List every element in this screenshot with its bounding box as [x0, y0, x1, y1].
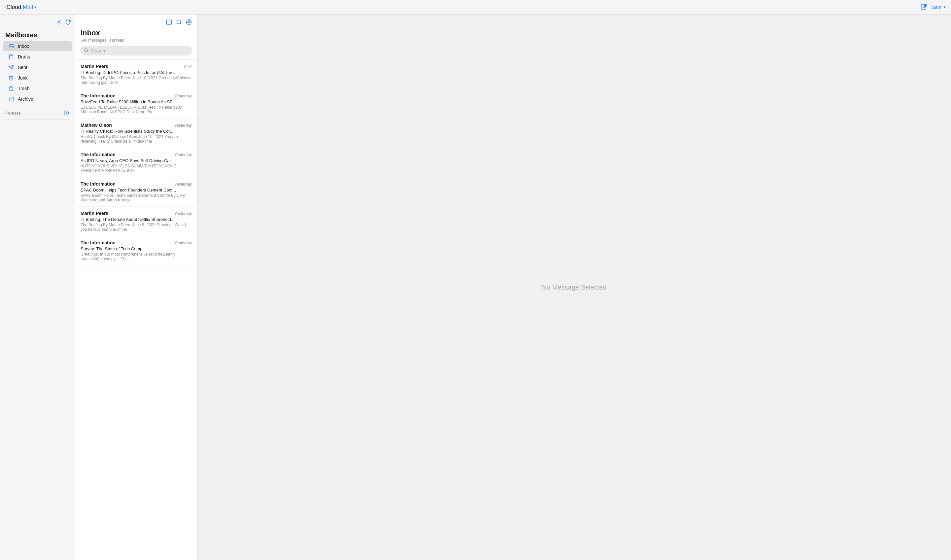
- app-title: iCloud Mail: [5, 4, 33, 11]
- email-list-item[interactable]: The Information Yesterday As IPO Nears, …: [75, 148, 197, 177]
- svg-point-15: [186, 20, 192, 25]
- email-subject: Survey: The State of Tech Comp: [81, 246, 192, 251]
- no-message-text: No Message Selected: [542, 284, 606, 291]
- email-list-panel: Inbox 596 messages, 0 unread Martin Peer…: [75, 14, 197, 560]
- email-subject: BuzzFeed To Raise $200 Million in Bonds …: [81, 99, 192, 104]
- sidebar-item-trash[interactable]: Trash: [3, 83, 72, 94]
- email-sender: Martin Peers: [81, 64, 108, 69]
- email-preview: The Briefing By Martin Peers June 10, 20…: [81, 75, 192, 85]
- folders-title: Folders: [5, 111, 21, 115]
- archive-icon: [8, 97, 14, 102]
- inbox-label: Inbox: [18, 44, 29, 49]
- email-list-item[interactable]: The Information Yesterday BuzzFeed To Ra…: [75, 89, 197, 118]
- sidebar-item-drafts[interactable]: Drafts: [3, 52, 72, 62]
- sent-icon: [8, 65, 14, 70]
- user-menu[interactable]: Sami ▾: [932, 5, 946, 10]
- search-icon[interactable]: [176, 19, 182, 27]
- email-preview: SPAC Boom Helps Tech Founders Cement Con…: [81, 193, 192, 202]
- email-time: Yesterday: [174, 152, 192, 157]
- split-view-icon[interactable]: [166, 19, 172, 27]
- email-sender: Mathew Olson: [81, 123, 112, 128]
- email-preview: Reality Check By Mathew Olson June 10, 2…: [81, 134, 192, 144]
- email-time: Yesterday: [174, 182, 192, 186]
- search-bar-icon: [84, 48, 88, 54]
- sidebar-item-sent[interactable]: Sent: [3, 62, 72, 72]
- brand-mail: Mail: [23, 4, 33, 10]
- email-subject: SPAC Boom Helps Tech Founders Cement Con…: [81, 188, 192, 192]
- email-subject: TI Reality Check: How Scientists Study t…: [81, 129, 192, 134]
- settings-icon[interactable]: [56, 19, 62, 27]
- email-subject: As IPO Nears, Argo CEO Says Self-Driving…: [81, 158, 192, 163]
- email-sender: The Information: [81, 240, 115, 245]
- sidebar-toolbar: [0, 18, 75, 30]
- folders-header: Folders: [0, 108, 75, 118]
- svg-point-13: [177, 20, 181, 24]
- topbar-right: Sami ▾: [921, 4, 946, 11]
- refresh-icon[interactable]: [65, 19, 71, 27]
- folders-section: Folders: [0, 104, 75, 120]
- email-sender: Martin Peers: [81, 211, 108, 216]
- trash-label: Trash: [18, 86, 29, 91]
- email-list-item[interactable]: Martin Peers 3:02 TI Briefing: Didi IPO …: [75, 60, 197, 89]
- sidebar: Mailboxes Inbox Drafts: [0, 14, 75, 560]
- message-panel: No Message Selected: [197, 14, 951, 560]
- email-list-item[interactable]: Martin Peers Yesterday TI Briefing: The …: [75, 207, 197, 236]
- mailboxes-title: Mailboxes: [5, 31, 37, 38]
- topbar-left: iCloud Mail ▾: [5, 4, 36, 11]
- email-subject: TI Briefing: Didi IPO Poses a Puzzle for…: [81, 70, 192, 75]
- email-preview: AUTONOMOUS VEHICLES SUMMIT AUTONOMOUS VE…: [81, 164, 192, 173]
- user-dropdown-icon: ▾: [944, 5, 946, 9]
- mailboxes-header: Mailboxes: [0, 30, 75, 41]
- email-time: Yesterday: [174, 94, 192, 98]
- drafts-icon: [8, 54, 14, 60]
- email-list: Martin Peers 3:02 TI Briefing: Didi IPO …: [75, 60, 197, 560]
- sidebar-item-inbox[interactable]: Inbox: [3, 41, 72, 51]
- email-time: 3:02: [184, 65, 192, 69]
- email-sender: The Information: [81, 152, 115, 157]
- sidebar-item-archive[interactable]: Archive: [3, 94, 72, 104]
- trash-icon: [8, 86, 14, 91]
- email-preview: Greetings, In our most comprehensive (an…: [81, 252, 192, 261]
- email-list-item[interactable]: Mathew Olson Yesterday TI Reality Check:…: [75, 118, 197, 148]
- inbox-subtitle: 596 messages, 0 unread: [81, 38, 192, 43]
- email-list-header: Inbox 596 messages, 0 unread: [75, 14, 197, 60]
- email-preview: The Briefing By Martin Peers June 9, 202…: [81, 223, 192, 232]
- topbar: iCloud Mail ▾ Sami ▾: [0, 0, 951, 14]
- filter-icon[interactable]: [186, 19, 192, 27]
- svg-line-14: [180, 23, 181, 24]
- add-folder-button[interactable]: [63, 109, 70, 116]
- junk-icon: [8, 75, 14, 81]
- search-input[interactable]: [91, 48, 189, 54]
- email-preview: EXCLUSIVE MEDIA/TELECOM BuzzFeed To Rais…: [81, 105, 192, 114]
- search-bar: [81, 46, 192, 55]
- email-sender: The Information: [81, 181, 115, 186]
- svg-point-1: [58, 22, 60, 23]
- archive-label: Archive: [18, 97, 33, 102]
- svg-point-19: [85, 49, 88, 51]
- main-layout: Mailboxes Inbox Drafts: [0, 14, 951, 560]
- user-name: Sami: [932, 5, 942, 10]
- topbar-dropdown-icon[interactable]: ▾: [34, 5, 36, 9]
- sidebar-item-junk[interactable]: Junk: [3, 73, 72, 83]
- sent-label: Sent: [18, 65, 28, 70]
- email-list-toolbar: [81, 19, 192, 27]
- drafts-label: Drafts: [18, 54, 30, 60]
- brand-icloud: iCloud: [5, 4, 21, 10]
- email-list-item[interactable]: The Information Yesterday Survey: The St…: [75, 236, 197, 266]
- folders-divider: [5, 120, 70, 120]
- compose-button[interactable]: [921, 4, 927, 11]
- svg-rect-6: [9, 97, 14, 98]
- svg-line-20: [87, 51, 88, 52]
- email-time: Yesterday: [174, 241, 192, 245]
- junk-label: Junk: [18, 75, 28, 81]
- email-time: Yesterday: [174, 123, 192, 128]
- inbox-icon: [8, 44, 14, 49]
- email-subject: TI Briefing: The Debate About Netflix Sh…: [81, 217, 192, 222]
- email-list-item[interactable]: The Information Yesterday SPAC Boom Help…: [75, 177, 197, 207]
- inbox-title: Inbox: [81, 29, 192, 37]
- email-time: Yesterday: [174, 211, 192, 216]
- email-sender: The Information: [81, 93, 115, 98]
